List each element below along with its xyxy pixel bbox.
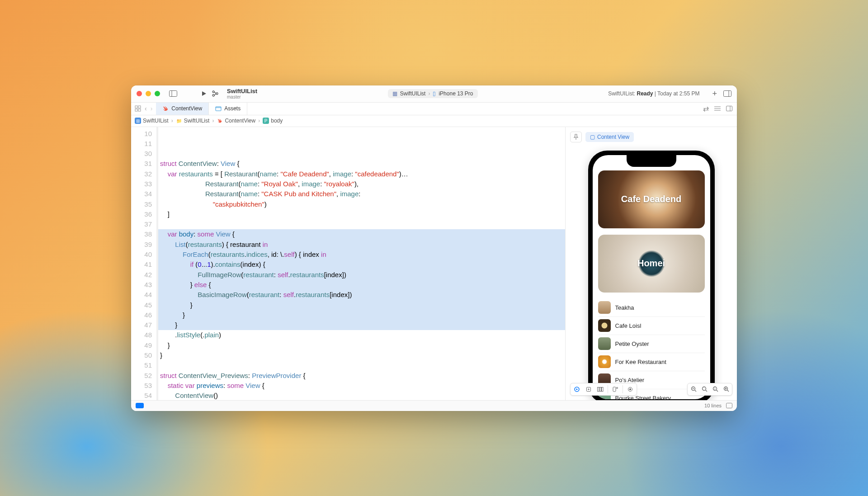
minimize-button[interactable] <box>146 91 151 96</box>
property-icon: P <box>263 118 269 124</box>
forward-button[interactable]: › <box>151 105 153 112</box>
svg-point-23 <box>617 387 618 388</box>
scheme-device-label: iPhone 13 Pro <box>439 90 473 97</box>
minimap-toggle-icon[interactable] <box>726 403 732 408</box>
zoom-toolbar: 1 <box>687 383 732 396</box>
svg-rect-38 <box>726 403 732 408</box>
device-icon: ▯ <box>433 90 436 97</box>
thumbnail-image <box>598 301 611 314</box>
restaurant-name: Cafe Deadend <box>621 194 681 204</box>
grid-icon[interactable] <box>135 105 141 112</box>
thumbnail-image <box>598 337 611 350</box>
library-toggle-icon[interactable] <box>723 90 731 97</box>
svg-text:1: 1 <box>714 387 716 390</box>
chevron-right-icon: › <box>258 118 260 124</box>
preview-selector[interactable]: ▢ Content View <box>585 132 634 142</box>
panel-toggle-icon[interactable] <box>726 106 732 111</box>
basic-image-row[interactable]: For Kee Restaurant <box>598 353 705 371</box>
full-image-row[interactable]: Cafe Deadend <box>598 170 705 228</box>
xcode-window: SwiftUIList master ▦ SwiftUIList › ▯ iPh… <box>131 85 737 411</box>
tab-assets[interactable]: Assets <box>209 103 247 115</box>
project-label[interactable]: SwiftUIList master <box>227 88 257 99</box>
breadcrumb-item[interactable]: SwiftUIList <box>184 118 210 124</box>
chevron-right-icon: › <box>212 118 214 124</box>
tab-label: Assets <box>224 105 241 112</box>
svg-point-29 <box>702 387 706 391</box>
svg-rect-19 <box>598 387 599 391</box>
app-icon: ▦ <box>392 90 397 97</box>
svg-point-2 <box>212 91 214 93</box>
svg-rect-5 <box>724 91 731 97</box>
full-image-row[interactable]: Homei <box>598 235 705 293</box>
line-count-label: 10 lines <box>704 403 722 408</box>
back-button[interactable]: ‹ <box>145 105 147 112</box>
line-gutter: 1011303132333435363738394041424344454647… <box>131 127 156 400</box>
basic-image-row[interactable]: Petite Oyster <box>598 335 705 353</box>
device-screen[interactable]: Cafe DeadendHomeiTeakhaCafe LoislPetite … <box>593 155 710 399</box>
branch-label: master <box>227 94 257 99</box>
code-content[interactable]: struct ContentView: View { var restauran… <box>156 127 565 400</box>
svg-rect-10 <box>138 109 141 111</box>
tab-label: ContentView <box>171 105 202 112</box>
scheme-app-label: SwiftUIList <box>400 90 426 97</box>
svg-rect-8 <box>138 106 141 108</box>
run-button[interactable] <box>201 90 207 97</box>
svg-point-25 <box>630 388 631 390</box>
editor-area: 1011303132333435363738394041424344454647… <box>131 127 737 400</box>
restaurant-name: For Kee Restaurant <box>615 359 666 365</box>
preview-settings-button[interactable] <box>625 384 636 394</box>
preview-label: Content View <box>597 134 629 140</box>
preview-mode-toolbar <box>570 383 637 396</box>
pin-icon[interactable] <box>570 132 582 142</box>
svg-rect-0 <box>170 91 177 97</box>
svg-rect-15 <box>726 106 732 111</box>
svg-rect-22 <box>613 387 616 392</box>
restaurant-name: Petite Oyster <box>615 340 649 347</box>
restaurant-name: Cafe Loisl <box>615 322 642 329</box>
thumbnail-image <box>598 319 611 332</box>
adjust-icon[interactable] <box>714 106 721 111</box>
thumbnail-image <box>598 355 611 368</box>
breadcrumb-item[interactable]: ContentView <box>225 118 255 124</box>
live-preview-button[interactable] <box>571 384 582 394</box>
device-frame: Cafe DeadendHomeiTeakhaCafe LoislPetite … <box>588 151 715 400</box>
svg-rect-20 <box>599 387 601 391</box>
maximize-button[interactable] <box>155 91 160 96</box>
basic-image-row[interactable]: Cafe Loisl <box>598 317 705 335</box>
close-button[interactable] <box>137 91 142 96</box>
canvas-preview: ▢ Content View Cafe DeadendHomeiTeakhaCa… <box>565 127 737 400</box>
svg-point-4 <box>216 93 218 94</box>
selectable-preview-button[interactable] <box>583 384 594 394</box>
svg-line-27 <box>694 390 696 392</box>
scheme-selector[interactable]: ▦ SwiftUIList › ▯ iPhone 13 Pro <box>388 89 478 98</box>
project-title: SwiftUIList <box>227 88 257 94</box>
status-bar: 10 lines <box>131 400 737 411</box>
zoom-fit-button[interactable] <box>699 384 709 394</box>
project-icon: ⊞ <box>135 118 141 124</box>
breadcrumb-item[interactable]: body <box>271 118 283 124</box>
breadcrumb-item[interactable]: SwiftUIList <box>143 118 169 124</box>
svg-rect-9 <box>135 109 137 111</box>
swift-file-icon <box>217 118 223 124</box>
device-notch <box>627 155 676 167</box>
restaurant-name: Po's Atelier <box>615 377 645 383</box>
jump-bar[interactable]: ⊞SwiftUIList › 📁SwiftUIList › ContentVie… <box>131 115 737 127</box>
refresh-icon[interactable]: ⇄ <box>703 104 709 113</box>
svg-rect-7 <box>135 106 137 108</box>
code-editor[interactable]: 1011303132333435363738394041424344454647… <box>131 127 565 400</box>
device-settings-button[interactable] <box>610 384 621 394</box>
sidebar-toggle-icon[interactable] <box>167 89 179 99</box>
svg-line-35 <box>727 390 729 392</box>
restaurant-name: Teakha <box>615 304 634 311</box>
zoom-actual-button[interactable]: 1 <box>710 384 720 394</box>
variants-button[interactable] <box>595 384 606 394</box>
scheme-icon[interactable] <box>212 90 219 97</box>
zoom-out-button[interactable] <box>689 384 698 394</box>
status-indicator-icon[interactable] <box>136 403 144 408</box>
chevron-right-icon: › <box>428 90 430 97</box>
plus-icon[interactable]: + <box>712 89 717 99</box>
build-status: SwiftUIList: Ready | Today at 2:55 PM <box>608 90 699 97</box>
zoom-in-button[interactable] <box>721 384 731 394</box>
basic-image-row[interactable]: Teakha <box>598 299 705 317</box>
tab-contentview[interactable]: ContentView <box>156 103 209 115</box>
